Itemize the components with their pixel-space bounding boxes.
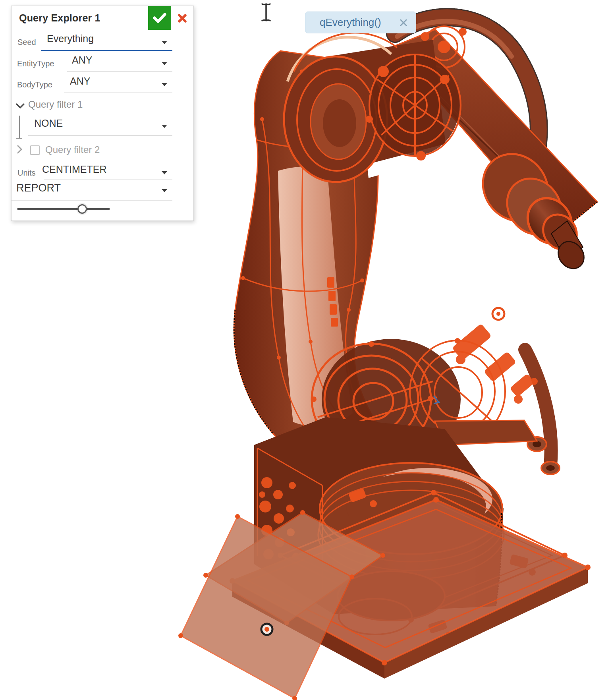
field-underline: [67, 72, 172, 72]
confirm-button[interactable]: [148, 6, 171, 30]
dropdown-caret-icon[interactable]: [162, 41, 167, 44]
highlight-slider[interactable]: [17, 203, 110, 215]
field-underline: [44, 180, 172, 180]
field-underline: [28, 135, 172, 136]
cancel-button[interactable]: [175, 12, 189, 25]
checkmark-icon: [153, 12, 166, 23]
query-filter2-label[interactable]: Query filter 2: [45, 144, 100, 155]
field-underline: [64, 93, 172, 93]
query-tag-close-button[interactable]: [399, 18, 408, 27]
dialog-title: Query Explorer 1: [19, 12, 100, 24]
close-icon: [399, 18, 408, 27]
query-filter1-label[interactable]: Query filter 1: [28, 99, 83, 110]
chevron-right-icon[interactable]: [17, 145, 23, 154]
text-cursor-icon: [259, 2, 273, 22]
slider-track[interactable]: [17, 208, 110, 210]
dropdown-caret-icon[interactable]: [162, 189, 167, 192]
query-explorer-dialog: Query Explorer 1 Seed Everything EntityT…: [11, 6, 194, 221]
seed-value-dropdown[interactable]: Everything: [47, 33, 94, 44]
cad-viewport[interactable]: qEverything() Query Explorer 1 Seed Ever…: [0, 0, 610, 700]
report-dropdown[interactable]: REPORT: [16, 182, 61, 194]
filter1-value-dropdown[interactable]: NONE: [34, 118, 63, 129]
dropdown-caret-icon[interactable]: [162, 171, 167, 174]
indent-guide-foot: [16, 138, 22, 139]
query-tag[interactable]: qEverything(): [305, 12, 416, 33]
body-type-dropdown[interactable]: ANY: [70, 75, 90, 87]
dropdown-caret-icon[interactable]: [162, 125, 167, 128]
indent-guide: [19, 116, 20, 138]
seed-label: Seed: [17, 38, 36, 47]
entity-type-label: EntityType: [17, 59, 54, 68]
origin-point-icon[interactable]: [261, 624, 272, 635]
dropdown-caret-icon[interactable]: [162, 83, 167, 86]
chevron-down-icon[interactable]: [15, 103, 25, 109]
dropdown-caret-icon[interactable]: [162, 62, 167, 65]
divider: [12, 200, 172, 201]
units-dropdown[interactable]: CENTIMETER: [42, 164, 107, 175]
body-type-label: BodyType: [17, 80, 52, 89]
units-label: Units: [17, 168, 36, 178]
dialog-header: Query Explorer 1: [12, 6, 193, 30]
slider-knob[interactable]: [77, 204, 87, 214]
entity-type-dropdown[interactable]: ANY: [72, 54, 92, 66]
query-filter2-checkbox[interactable]: [30, 145, 40, 155]
x-icon: [178, 13, 187, 24]
query-tag-label: qEverything(): [320, 16, 381, 29]
seed-active-underline: [41, 50, 172, 51]
